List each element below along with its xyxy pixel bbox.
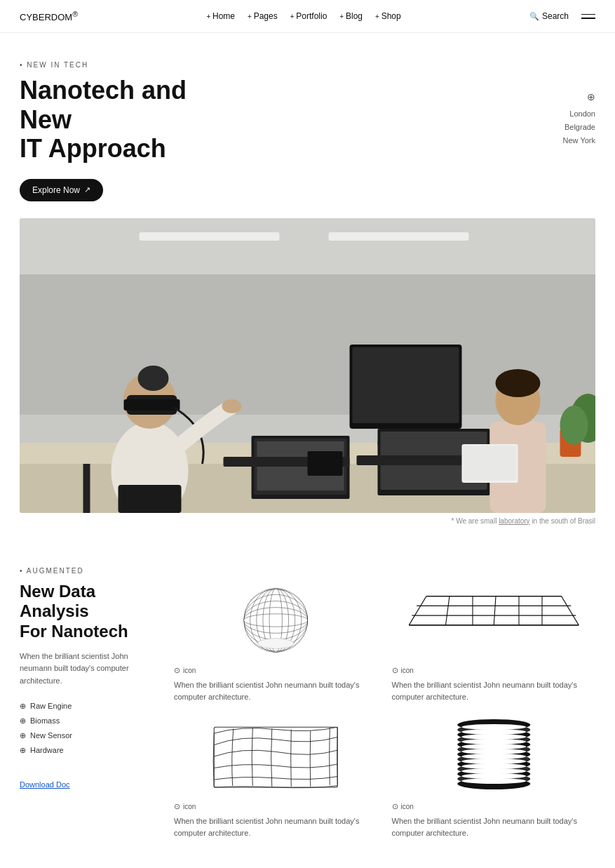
hero-title: Nanotech and New IT Approach (20, 76, 244, 163)
svg-point-94 (461, 768, 526, 774)
svg-point-88 (461, 739, 526, 745)
globe-icon: ⊕ (563, 89, 595, 106)
svg-rect-34 (308, 451, 343, 476)
svg-point-38 (243, 607, 308, 633)
hero-section: NEW IN TECH Nanotech and New IT Approach… (0, 33, 615, 524)
svg-point-91 (461, 754, 526, 759)
data-inner: New Data Analysis For Nanotech When the … (20, 582, 595, 840)
svg-rect-16 (353, 347, 459, 423)
nav-portfolio[interactable]: Portfolio (290, 11, 327, 21)
explore-button[interactable]: Explore Now ↗ (20, 179, 103, 201)
sphere-shape (174, 582, 378, 659)
rings-shape (392, 718, 596, 795)
svg-point-92 (461, 759, 526, 764)
svg-line-51 (409, 596, 426, 625)
svg-point-90 (461, 749, 526, 754)
card-1-text: When the brilliant scientist John neuman… (174, 679, 378, 704)
nav-shop[interactable]: Shop (375, 11, 401, 21)
data-tag: AUGMENTED (20, 567, 595, 575)
nav-right: Search (529, 11, 595, 21)
wave-svg (174, 718, 378, 795)
svg-point-86 (461, 729, 526, 735)
hero-photo-placeholder (20, 218, 595, 513)
hero-tag: NEW IN TECH (20, 61, 595, 69)
svg-rect-3 (329, 232, 469, 241)
download-doc-link[interactable]: Download Doc (20, 780, 70, 789)
list-item: Hardware (20, 743, 160, 758)
card-2-text: When the brilliant scientist John neuman… (392, 679, 596, 704)
svg-rect-14 (83, 464, 90, 513)
svg-rect-11 (124, 399, 180, 410)
card-4-icon-label: icon (392, 802, 596, 811)
svg-point-85 (461, 724, 526, 730)
data-description: When the brilliant scientist John neuman… (20, 650, 160, 688)
nav-home[interactable]: Home (206, 11, 235, 21)
list-item: New Sensor (20, 728, 160, 743)
svg-line-54 (494, 596, 496, 625)
svg-point-95 (461, 773, 526, 779)
laboratory-link[interactable]: laboratory (499, 517, 529, 525)
arrow-icon: ↗ (84, 185, 90, 194)
svg-line-52 (445, 596, 450, 625)
data-card-sphere: icon When the brilliant scientist John n… (174, 582, 378, 704)
svg-point-89 (461, 744, 526, 749)
card-2-icon-label: icon (392, 666, 596, 675)
svg-point-31 (560, 406, 588, 445)
svg-point-93 (461, 763, 526, 769)
data-card-rings: icon When the brilliant scientist John n… (392, 718, 596, 840)
nav-blog[interactable]: Blog (339, 11, 363, 21)
data-title: New Data Analysis For Nanotech (20, 582, 160, 642)
svg-point-37 (243, 613, 308, 626)
nav-pages[interactable]: Pages (248, 11, 278, 21)
data-card-wave: icon When the brilliant scientist John n… (174, 718, 378, 840)
grid-svg (392, 582, 596, 659)
card-3-icon-label: icon (174, 802, 378, 811)
wave-shape (174, 718, 378, 795)
svg-point-28 (496, 369, 541, 397)
grid-shape (392, 582, 596, 659)
hero-svg (20, 218, 595, 513)
section-data-analysis: AUGMENTED New Data Analysis For Nanotech… (0, 525, 615, 869)
svg-point-96 (461, 778, 526, 784)
hero-image (20, 218, 595, 513)
svg-point-9 (138, 366, 169, 391)
data-cards-grid: icon When the brilliant scientist John n… (174, 582, 595, 840)
nav-logo: CYBERDOM® (20, 10, 78, 22)
svg-line-57 (561, 596, 579, 625)
data-card-grid: icon When the brilliant scientist John n… (392, 582, 596, 704)
svg-point-12 (222, 399, 242, 413)
svg-rect-13 (119, 485, 182, 513)
svg-point-39 (243, 601, 308, 639)
hero-locations: ⊕ London Belgrade New York (563, 89, 595, 147)
svg-point-87 (461, 734, 526, 740)
navbar: CYBERDOM® Home Pages Portfolio Blog Shop… (0, 0, 615, 33)
search-button[interactable]: Search (529, 11, 569, 21)
svg-rect-33 (464, 446, 517, 481)
card-1-icon-label: icon (174, 666, 378, 675)
hamburger-menu[interactable] (581, 14, 595, 19)
nav-links: Home Pages Portfolio Blog Shop (206, 11, 400, 21)
list-item: Biomass (20, 714, 160, 728)
data-list: Raw Engine Biomass New Sensor Hardware (20, 699, 160, 758)
card-4-text: When the brilliant scientist John neuman… (392, 815, 596, 840)
svg-rect-2 (140, 232, 280, 241)
svg-rect-1 (20, 218, 595, 274)
list-item: Raw Engine (20, 699, 160, 714)
hero-caption: * We are small laboratory in the south o… (20, 517, 595, 525)
data-left-column: New Data Analysis For Nanotech When the … (20, 582, 160, 840)
card-3-text: When the brilliant scientist John neuman… (174, 815, 378, 840)
sphere-svg (174, 582, 378, 659)
rings-svg (392, 718, 596, 795)
svg-point-46 (258, 638, 294, 648)
